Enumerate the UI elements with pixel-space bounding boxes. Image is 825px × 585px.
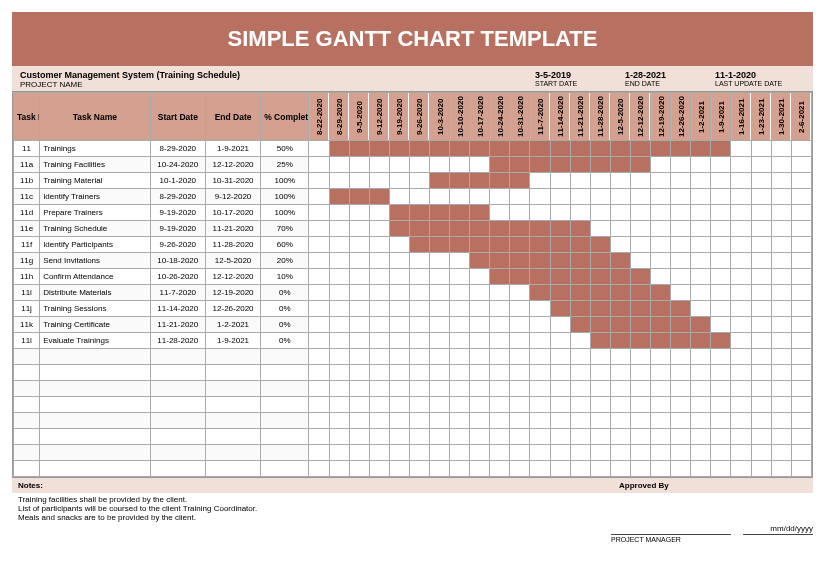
- empty-cell[interactable]: [261, 445, 309, 461]
- empty-cell[interactable]: [791, 413, 811, 429]
- cell-start[interactable]: 11-14-2020: [150, 301, 205, 317]
- cell-id[interactable]: 11g: [14, 253, 40, 269]
- cell-name[interactable]: Evaluate Trainings: [40, 333, 151, 349]
- table-row[interactable]: 11jTraining Sessions11-14-202012-26-2020…: [14, 301, 812, 317]
- empty-cell[interactable]: [14, 445, 40, 461]
- empty-cell[interactable]: [14, 429, 40, 445]
- empty-cell[interactable]: [731, 365, 751, 381]
- empty-cell[interactable]: [530, 461, 550, 477]
- table-row[interactable]: 11kTraining Certificate11-21-20201-2-202…: [14, 317, 812, 333]
- cell-end[interactable]: 1-9-2021: [205, 333, 260, 349]
- empty-cell[interactable]: [40, 429, 151, 445]
- table-row[interactable]: 11hConfirm Attendance10-26-202012-12-202…: [14, 269, 812, 285]
- empty-cell[interactable]: [430, 397, 450, 413]
- empty-cell[interactable]: [369, 397, 389, 413]
- empty-cell[interactable]: [530, 429, 550, 445]
- empty-cell[interactable]: [409, 445, 429, 461]
- table-row-empty[interactable]: [14, 461, 812, 477]
- cell-end[interactable]: 11-21-2020: [205, 221, 260, 237]
- empty-cell[interactable]: [751, 349, 771, 365]
- empty-cell[interactable]: [671, 429, 691, 445]
- empty-cell[interactable]: [671, 461, 691, 477]
- cell-start[interactable]: 10-26-2020: [150, 269, 205, 285]
- empty-cell[interactable]: [751, 429, 771, 445]
- cell-pct[interactable]: 0%: [261, 317, 309, 333]
- empty-cell[interactable]: [651, 445, 671, 461]
- empty-cell[interactable]: [610, 413, 630, 429]
- empty-cell[interactable]: [369, 461, 389, 477]
- empty-cell[interactable]: [150, 445, 205, 461]
- empty-cell[interactable]: [14, 397, 40, 413]
- empty-cell[interactable]: [349, 429, 369, 445]
- empty-cell[interactable]: [329, 381, 349, 397]
- cell-end[interactable]: 9-12-2020: [205, 189, 260, 205]
- table-row[interactable]: 11cIdentify Trainers8-29-20209-12-202010…: [14, 189, 812, 205]
- empty-cell[interactable]: [40, 445, 151, 461]
- empty-cell[interactable]: [791, 365, 811, 381]
- cell-pct[interactable]: 10%: [261, 269, 309, 285]
- empty-cell[interactable]: [771, 413, 791, 429]
- empty-cell[interactable]: [510, 365, 530, 381]
- empty-cell[interactable]: [261, 461, 309, 477]
- cell-name[interactable]: Training Certificate: [40, 317, 151, 333]
- empty-cell[interactable]: [550, 381, 570, 397]
- empty-cell[interactable]: [389, 381, 409, 397]
- empty-cell[interactable]: [570, 429, 590, 445]
- table-row-empty[interactable]: [14, 413, 812, 429]
- empty-cell[interactable]: [369, 349, 389, 365]
- empty-cell[interactable]: [590, 397, 610, 413]
- cell-id[interactable]: 11b: [14, 173, 40, 189]
- empty-cell[interactable]: [490, 349, 510, 365]
- empty-cell[interactable]: [205, 397, 260, 413]
- empty-cell[interactable]: [430, 461, 450, 477]
- empty-cell[interactable]: [329, 349, 349, 365]
- cell-end[interactable]: 1-2-2021: [205, 317, 260, 333]
- empty-cell[interactable]: [671, 397, 691, 413]
- empty-cell[interactable]: [791, 445, 811, 461]
- empty-cell[interactable]: [450, 445, 470, 461]
- empty-cell[interactable]: [550, 365, 570, 381]
- empty-cell[interactable]: [590, 381, 610, 397]
- empty-cell[interactable]: [751, 397, 771, 413]
- empty-cell[interactable]: [550, 461, 570, 477]
- cell-end[interactable]: 10-31-2020: [205, 173, 260, 189]
- empty-cell[interactable]: [671, 381, 691, 397]
- empty-cell[interactable]: [470, 445, 490, 461]
- empty-cell[interactable]: [550, 413, 570, 429]
- empty-cell[interactable]: [40, 461, 151, 477]
- empty-cell[interactable]: [530, 365, 550, 381]
- empty-cell[interactable]: [450, 429, 470, 445]
- empty-cell[interactable]: [550, 445, 570, 461]
- empty-cell[interactable]: [771, 381, 791, 397]
- empty-cell[interactable]: [430, 413, 450, 429]
- empty-cell[interactable]: [309, 381, 329, 397]
- empty-cell[interactable]: [14, 461, 40, 477]
- empty-cell[interactable]: [430, 445, 450, 461]
- cell-pct[interactable]: 100%: [261, 205, 309, 221]
- empty-cell[interactable]: [771, 429, 791, 445]
- table-row[interactable]: 11dPrepare Trainers9-19-202010-17-202010…: [14, 205, 812, 221]
- cell-end[interactable]: 12-5-2020: [205, 253, 260, 269]
- cell-name[interactable]: Distribute Materials: [40, 285, 151, 301]
- empty-cell[interactable]: [630, 445, 650, 461]
- cell-start[interactable]: 10-1-2020: [150, 173, 205, 189]
- empty-cell[interactable]: [14, 413, 40, 429]
- empty-cell[interactable]: [409, 381, 429, 397]
- empty-cell[interactable]: [711, 349, 731, 365]
- empty-cell[interactable]: [630, 349, 650, 365]
- cell-start[interactable]: 9-19-2020: [150, 205, 205, 221]
- table-row[interactable]: 11lEvaluate Trainings11-28-20201-9-20210…: [14, 333, 812, 349]
- empty-cell[interactable]: [430, 381, 450, 397]
- empty-cell[interactable]: [430, 429, 450, 445]
- cell-end[interactable]: 12-12-2020: [205, 269, 260, 285]
- empty-cell[interactable]: [40, 365, 151, 381]
- empty-cell[interactable]: [261, 349, 309, 365]
- empty-cell[interactable]: [610, 397, 630, 413]
- empty-cell[interactable]: [590, 445, 610, 461]
- cell-id[interactable]: 11a: [14, 157, 40, 173]
- empty-cell[interactable]: [409, 413, 429, 429]
- empty-cell[interactable]: [470, 381, 490, 397]
- cell-start[interactable]: 9-19-2020: [150, 221, 205, 237]
- empty-cell[interactable]: [691, 365, 711, 381]
- empty-cell[interactable]: [630, 365, 650, 381]
